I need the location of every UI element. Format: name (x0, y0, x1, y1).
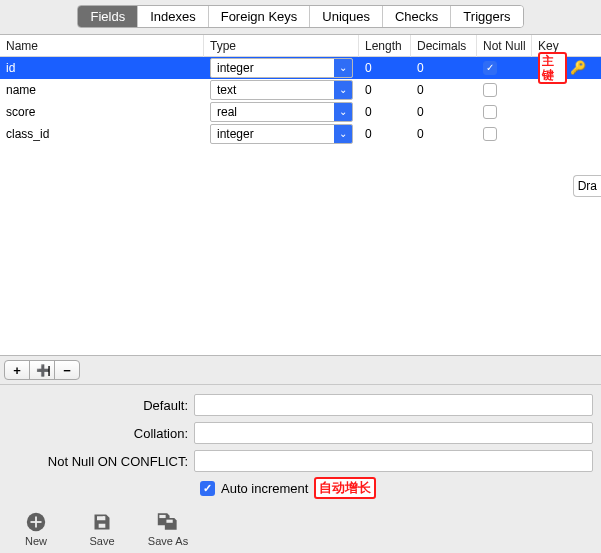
notnull-checkbox[interactable] (483, 127, 497, 141)
type-select[interactable]: text ⌄ (210, 80, 353, 100)
tab-triggers[interactable]: Triggers (451, 6, 522, 27)
chevron-down-icon: ⌄ (334, 59, 352, 77)
tab-fields[interactable]: Fields (78, 6, 138, 27)
svg-rect-2 (31, 521, 42, 523)
type-select[interactable]: integer ⌄ (210, 124, 353, 144)
cell-name[interactable]: id (0, 57, 204, 79)
svg-rect-5 (166, 520, 172, 523)
type-select[interactable]: real ⌄ (210, 102, 353, 122)
cell-decimals[interactable]: 0 (411, 57, 477, 79)
cell-decimals[interactable]: 0 (411, 101, 477, 123)
collation-label: Collation: (8, 426, 194, 441)
autoincrement-annotation: 自动增长 (314, 477, 376, 499)
field-detail-form: Default: Collation: Not Null ON CONFLICT… (0, 385, 601, 505)
svg-rect-3 (103, 516, 105, 519)
conflict-label: Not Null ON CONFLICT: (8, 454, 194, 469)
add-row-button[interactable]: + (4, 360, 30, 380)
table-row[interactable]: name text ⌄ 0 0 (0, 79, 601, 101)
col-header-type[interactable]: Type (204, 35, 359, 57)
col-header-decimals[interactable]: Decimals (411, 35, 477, 57)
tab-checks[interactable]: Checks (383, 6, 451, 27)
insert-row-button[interactable]: ➕| (29, 360, 55, 380)
cell-length[interactable]: 0 (359, 57, 411, 79)
row-toolbar: + ➕| − (0, 356, 601, 385)
tab-indexes[interactable]: Indexes (138, 6, 209, 27)
save-button[interactable]: Save (78, 511, 126, 547)
chevron-down-icon: ⌄ (334, 125, 352, 143)
type-select[interactable]: integer ⌄ (210, 58, 353, 78)
col-header-notnull[interactable]: Not Null (477, 35, 532, 57)
cell-name[interactable]: name (0, 79, 204, 101)
tab-foreign-keys[interactable]: Foreign Keys (209, 6, 311, 27)
cell-length[interactable]: 0 (359, 79, 411, 101)
cell-decimals[interactable]: 0 (411, 123, 477, 145)
footer-toolbar: New Save Save As (0, 505, 601, 553)
col-header-name[interactable]: Name (0, 35, 204, 57)
save-as-button[interactable]: Save As (144, 511, 192, 547)
cell-name[interactable]: score (0, 101, 204, 123)
table-row[interactable]: id integer ⌄ 0 0 ✓ 主键 🔑 (0, 57, 601, 79)
chevron-down-icon: ⌄ (334, 81, 352, 99)
autoincrement-checkbox[interactable]: ✓ (200, 481, 215, 496)
plus-circle-icon (25, 511, 47, 533)
key-icon: 🔑 (570, 60, 586, 75)
notnull-checkbox[interactable]: ✓ (483, 61, 497, 75)
new-button[interactable]: New (12, 511, 60, 547)
default-label: Default: (8, 398, 194, 413)
table-row[interactable]: class_id integer ⌄ 0 0 (0, 123, 601, 145)
chevron-down-icon: ⌄ (334, 103, 352, 121)
collation-input[interactable] (194, 422, 593, 444)
table-header: Name Type Length Decimals Not Null Key (0, 35, 601, 57)
autoincrement-label: Auto increment (221, 481, 308, 496)
cell-name[interactable]: class_id (0, 123, 204, 145)
col-header-length[interactable]: Length (359, 35, 411, 57)
floppy-stack-icon (157, 511, 179, 533)
svg-rect-4 (159, 515, 165, 518)
notnull-checkbox[interactable] (483, 105, 497, 119)
tab-uniques[interactable]: Uniques (310, 6, 383, 27)
table-row[interactable]: score real ⌄ 0 0 (0, 101, 601, 123)
remove-row-button[interactable]: − (54, 360, 80, 380)
notnull-checkbox[interactable] (483, 83, 497, 97)
table-tabs: Fields Indexes Foreign Keys Uniques Chec… (77, 5, 523, 28)
default-input[interactable] (194, 394, 593, 416)
cell-length[interactable]: 0 (359, 123, 411, 145)
cell-decimals[interactable]: 0 (411, 79, 477, 101)
fields-table: Name Type Length Decimals Not Null Key i… (0, 34, 601, 356)
drag-handle[interactable]: Dra (573, 175, 601, 197)
floppy-icon (91, 511, 113, 533)
cell-length[interactable]: 0 (359, 101, 411, 123)
conflict-input[interactable] (194, 450, 593, 472)
